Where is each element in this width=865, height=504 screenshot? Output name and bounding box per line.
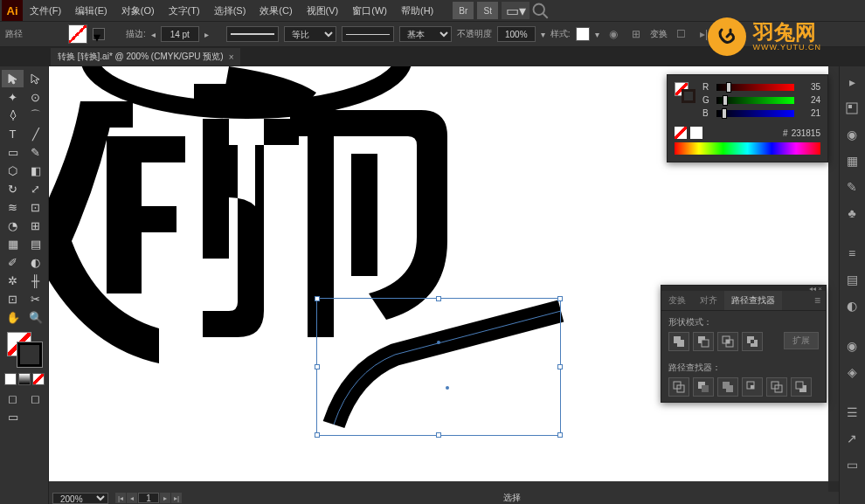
swatches-icon[interactable]: ▦: [841, 150, 862, 171]
stock-button[interactable]: St: [477, 2, 498, 19]
mesh-tool[interactable]: ▦: [2, 235, 24, 252]
opacity-input[interactable]: [497, 26, 536, 42]
gradient-tool[interactable]: ▤: [24, 235, 46, 252]
tab-transform[interactable]: 变换: [661, 291, 693, 310]
shape-builder-tool[interactable]: ◔: [2, 217, 24, 234]
intersect-button[interactable]: [717, 332, 738, 351]
menu-help[interactable]: 帮助(H): [394, 1, 440, 21]
artboard-tool[interactable]: ⊡: [2, 290, 24, 307]
gradient-mode[interactable]: [18, 373, 31, 385]
b-slider[interactable]: [716, 110, 794, 117]
stroke-color[interactable]: [17, 342, 42, 367]
free-transform-tool[interactable]: ⊡: [24, 198, 46, 216]
g-slider[interactable]: [716, 97, 794, 104]
arrange-dropdown[interactable]: ▭▾: [502, 2, 529, 19]
vertical-scrollbar[interactable]: [828, 66, 839, 481]
style-swatch[interactable]: [576, 27, 590, 41]
stepper-up-icon[interactable]: ▸: [204, 30, 209, 39]
selection-bbox[interactable]: [316, 298, 561, 436]
b-value[interactable]: 21: [799, 108, 820, 118]
first-page[interactable]: |◂: [115, 493, 126, 503]
none-mode[interactable]: [32, 373, 45, 385]
stroke-width-input[interactable]: [161, 26, 199, 42]
scale-tool[interactable]: ⤢: [24, 180, 46, 197]
libraries-icon[interactable]: [841, 98, 862, 119]
line-tool[interactable]: ╱: [24, 125, 46, 142]
document-tab[interactable]: 转换 [转换].ai* @ 200% (CMYK/GPU 预览) ×: [51, 48, 240, 66]
draw-behind[interactable]: ◻: [24, 390, 46, 407]
panel-menu-icon[interactable]: ≡: [809, 291, 826, 310]
chevron-down-icon[interactable]: ▾: [541, 30, 545, 39]
unite-button[interactable]: [668, 332, 689, 351]
selection-tool[interactable]: [2, 70, 24, 87]
layers-icon[interactable]: ☰: [841, 402, 862, 423]
tab-align[interactable]: 对齐: [693, 291, 724, 310]
symbol-sprayer-tool[interactable]: ✲: [2, 272, 24, 289]
chevron-down-icon[interactable]: ▾: [595, 30, 599, 39]
fill-picker[interactable]: ▾: [93, 28, 105, 40]
transform-label[interactable]: 变换: [650, 28, 668, 40]
menu-effect[interactable]: 效果(C): [253, 1, 299, 21]
eraser-tool[interactable]: ◧: [24, 162, 46, 179]
menu-type[interactable]: 文字(T): [162, 1, 207, 21]
expand-button[interactable]: 扩展: [784, 332, 819, 349]
menu-file[interactable]: 文件(F): [23, 1, 68, 21]
none-swatch[interactable]: [675, 127, 687, 139]
stroke-icon[interactable]: ≡: [841, 243, 862, 264]
eyedropper-tool[interactable]: ✐: [2, 253, 24, 271]
last-page[interactable]: ▸|: [171, 493, 182, 503]
divide-button[interactable]: [668, 377, 689, 397]
rotate-tool[interactable]: ↻: [2, 180, 24, 197]
slice-tool[interactable]: ✂: [24, 290, 46, 307]
r-value[interactable]: 35: [799, 82, 820, 92]
profile-select[interactable]: 基本: [399, 26, 452, 42]
minus-front-button[interactable]: [693, 332, 714, 351]
width-tool[interactable]: ≋: [2, 198, 24, 216]
brush-def[interactable]: [342, 26, 394, 42]
perspective-tool[interactable]: ⊞: [24, 217, 46, 234]
type-tool[interactable]: T: [2, 125, 24, 142]
lasso-tool[interactable]: ⊙: [24, 88, 46, 106]
appearance-icon[interactable]: ◉: [841, 335, 862, 356]
hand-tool[interactable]: ✋: [2, 308, 24, 326]
align-icon[interactable]: ⊞: [627, 26, 645, 42]
graph-tool[interactable]: ╫: [24, 272, 46, 289]
direct-select-tool[interactable]: [24, 70, 46, 87]
zoom-tool[interactable]: 🔍: [24, 308, 46, 326]
page-input[interactable]: [138, 493, 159, 503]
prev-page[interactable]: ◂: [127, 493, 137, 503]
close-icon[interactable]: ×: [229, 52, 234, 62]
brush-tool[interactable]: ✎: [24, 143, 46, 161]
uniform-select[interactable]: 等比: [284, 26, 336, 42]
search-icon[interactable]: [531, 2, 549, 19]
isolate-icon[interactable]: ☐: [673, 26, 690, 42]
blend-tool[interactable]: ◐: [24, 253, 46, 271]
menu-view[interactable]: 视图(V): [300, 1, 346, 21]
color-mode[interactable]: [4, 373, 17, 385]
width-profile[interactable]: [226, 26, 279, 42]
transparency-icon[interactable]: ◐: [841, 295, 862, 316]
recolor-icon[interactable]: ◉: [605, 26, 622, 42]
color-icon[interactable]: ◉: [841, 124, 862, 145]
menu-select[interactable]: 选择(S): [207, 1, 253, 21]
pen-tool[interactable]: [2, 107, 24, 124]
r-slider[interactable]: [716, 84, 794, 91]
menu-object[interactable]: 对象(O): [114, 1, 162, 21]
symbols-icon[interactable]: ♣: [841, 203, 862, 224]
trim-button[interactable]: [693, 377, 714, 397]
brushes-icon[interactable]: ✎: [841, 176, 862, 197]
fill-swatch[interactable]: [68, 24, 87, 44]
screen-mode-2[interactable]: [24, 408, 46, 425]
properties-icon[interactable]: ▸: [841, 72, 862, 93]
shaper-tool[interactable]: ⬡: [2, 162, 24, 179]
stroke-swatch[interactable]: [682, 89, 695, 103]
tab-pathfinder[interactable]: 路径查找器: [724, 291, 782, 310]
next-page[interactable]: ▸: [160, 493, 170, 503]
crop-button[interactable]: [742, 377, 763, 397]
horizontal-scrollbar[interactable]: [49, 481, 828, 492]
menu-window[interactable]: 窗口(W): [345, 1, 394, 21]
outline-button[interactable]: [766, 377, 787, 397]
minus-back-button[interactable]: [791, 377, 812, 397]
stepper-down-icon[interactable]: ◂: [151, 30, 156, 39]
fill-stroke-swatch[interactable]: [7, 332, 42, 367]
